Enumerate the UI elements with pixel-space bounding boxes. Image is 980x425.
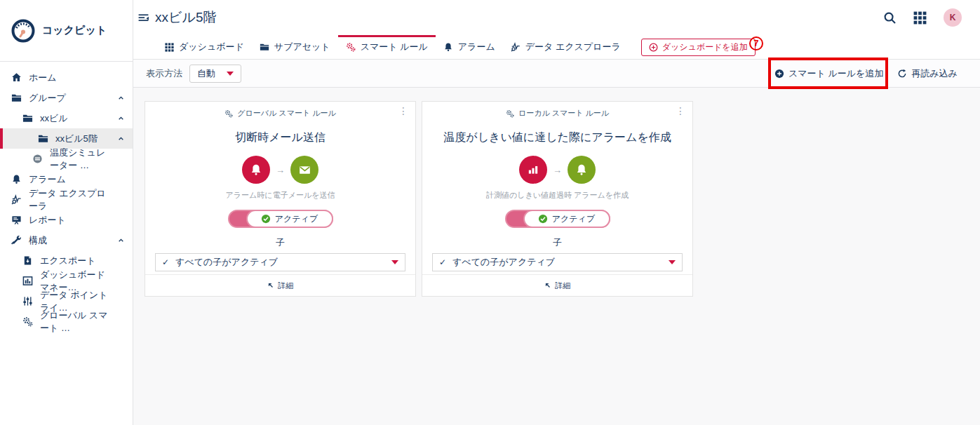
app-name: コックピット: [42, 24, 107, 37]
caret-down-icon: [669, 260, 676, 264]
plus-circle-outline-icon: [649, 43, 658, 52]
measurement-source-badge: [519, 156, 547, 184]
children-select-value: すべての子がアクティブ: [175, 256, 278, 269]
children-select[interactable]: ✓ すべての子がアクティブ: [432, 253, 683, 271]
display-method-label: 表示方法: [146, 67, 182, 80]
details-button[interactable]: 詳細: [422, 274, 692, 296]
grid-icon: [913, 11, 927, 25]
check-circle-icon: [538, 214, 548, 224]
tab-label: サブアセット: [274, 41, 330, 53]
sidebar-item-label: レポート: [29, 214, 66, 227]
chevron-up-icon: [118, 135, 124, 142]
app-logo[interactable]: コックピット: [0, 0, 133, 62]
sidebar-item-groups[interactable]: グループ: [0, 88, 133, 108]
kebab-menu-icon[interactable]: ⋮: [676, 106, 685, 116]
user-avatar[interactable]: K: [944, 8, 962, 27]
rule-flow: →: [242, 156, 318, 184]
sidebar-item-home[interactable]: ホーム: [0, 67, 133, 88]
toggle-status-label: アクティブ: [552, 213, 595, 225]
chevron-up-icon: [118, 115, 124, 121]
details-button[interactable]: 詳細: [145, 274, 415, 296]
plus-circle-icon: [774, 69, 784, 79]
toolbar: 表示方法 自動 スマート ルールを追加 7 再読み込み: [133, 60, 980, 88]
sidebar-item-label: エクスポート: [40, 255, 96, 267]
smart-rule-card-global: グローバル スマート ルール ⋮ 切断時メール送信 → アラーム時に電子メールを…: [145, 101, 416, 297]
home-icon: [11, 72, 22, 83]
reload-button[interactable]: 再読み込み: [897, 67, 958, 80]
app-root: コックピット ホーム グループ xxビル xxビル5階: [0, 0, 980, 425]
sidebar-item-reports[interactable]: レポート: [0, 210, 133, 230]
grid-icon: [165, 43, 174, 52]
sidebar-item-label: グローバル スマート …: [40, 309, 114, 335]
data-explorer-icon: [511, 42, 521, 52]
sidebar-item-label: データ エクスプローラ: [29, 187, 114, 212]
bell-icon: [575, 163, 588, 176]
sidebar-item-label: 構成: [29, 234, 47, 247]
details-label: 詳細: [555, 281, 570, 291]
data-explorer-icon: [11, 194, 22, 205]
smart-rules-list: グローバル スマート ルール ⋮ 切断時メール送信 → アラーム時に電子メールを…: [133, 88, 980, 425]
gauge-logo-icon: [11, 19, 35, 43]
rule-caption: 計測値のしきい値超過時 アラームを作成: [486, 190, 629, 201]
titlebar: xxビル5階 K: [133, 0, 980, 35]
rule-flow: →: [519, 156, 596, 184]
search-button[interactable]: [883, 11, 897, 25]
tab-alarms[interactable]: アラーム: [436, 35, 503, 59]
display-method-value: 自動: [197, 67, 215, 80]
sidebar-item-data-explorer[interactable]: データ エクスプローラ: [0, 189, 133, 210]
kebab-menu-icon[interactable]: ⋮: [398, 106, 408, 116]
sidebar-item-configuration[interactable]: 構成: [0, 230, 133, 250]
arrow-right-icon: →: [553, 165, 562, 175]
children-select-value: すべての子がアクティブ: [452, 256, 555, 269]
tab-dashboard[interactable]: ダッシュボード: [157, 35, 252, 59]
add-dashboard-label: ダッシュボードを追加: [662, 41, 748, 53]
sidebar-item-label: xxビル5階: [55, 133, 98, 145]
rule-active-toggle[interactable]: アクティブ: [505, 210, 610, 228]
toggle-status: アクティブ: [246, 210, 333, 228]
check-circle-icon: [261, 214, 271, 224]
sidebar-item-label: ホーム: [29, 72, 57, 84]
tab-data-explorer[interactable]: データ エクスプローラ: [503, 35, 629, 59]
mail-icon: [298, 163, 311, 177]
rule-title: 切断時メール送信: [235, 130, 325, 145]
sidebar-nav: ホーム グループ xxビル xxビル5階 温度シミュレーター …: [0, 62, 133, 332]
tab-subassets[interactable]: サブアセット: [252, 35, 338, 59]
rule-active-toggle[interactable]: アクティブ: [228, 210, 333, 228]
app-switcher-button[interactable]: [913, 11, 927, 25]
search-icon: [883, 11, 897, 25]
smart-rule-card-local: ローカル スマート ルール ⋮ 温度がしきい値に達した際にアラームを作成 → 計…: [422, 101, 693, 297]
sidebar-item-global-smart-rules[interactable]: グローバル スマート …: [0, 311, 133, 332]
sliders-icon: [22, 296, 33, 306]
sidebar-item-temperature-simulator[interactable]: 温度シミュレーター …: [0, 149, 133, 169]
caret-down-icon: [227, 72, 234, 76]
reload-label: 再読み込み: [911, 67, 958, 80]
add-smart-rule-label: スマート ルールを追加: [788, 67, 883, 80]
device-icon: [32, 154, 43, 164]
rule-type-label: グローバル スマート ルール: [237, 108, 335, 119]
bell-icon: [443, 42, 453, 52]
tab-label: ダッシュボード: [179, 41, 244, 53]
export-file-icon: [22, 255, 33, 266]
dashboard-manager-icon: [22, 276, 33, 286]
sidebar-item-xx-building[interactable]: xxビル: [0, 108, 133, 128]
folder-icon: [260, 42, 269, 52]
collapse-nav-icon[interactable]: [137, 12, 149, 24]
alarm-action-badge: [568, 156, 596, 184]
check-icon: ✓: [162, 257, 169, 267]
children-select[interactable]: ✓ すべての子がアクティブ: [155, 253, 405, 271]
tab-label: アラーム: [458, 41, 495, 53]
rule-type: グローバル スマート ルール: [224, 108, 335, 119]
folder-icon: [11, 93, 22, 103]
add-dashboard-button[interactable]: ダッシュボードを追加: [641, 39, 756, 56]
display-method-select[interactable]: 自動: [189, 65, 241, 83]
toolbar-actions: スマート ルールを追加 7 再読み込み: [774, 67, 958, 80]
folder-icon: [38, 133, 48, 144]
check-icon: ✓: [439, 257, 446, 267]
add-smart-rule-button[interactable]: スマート ルールを追加: [774, 67, 883, 80]
toggle-status: アクティブ: [523, 210, 610, 228]
tab-smart-rules[interactable]: スマート ルール: [338, 35, 436, 59]
alarm-source-badge: [242, 156, 270, 184]
details-arrow-icon: [267, 282, 274, 289]
sidebar-item-label: 温度シミュレーター …: [50, 147, 114, 172]
gears-icon: [346, 42, 356, 52]
